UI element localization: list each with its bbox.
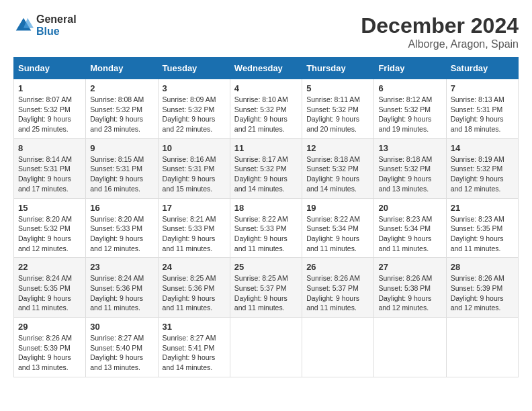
day-number: 3 — [163, 83, 226, 93]
page-header: General Blue December 2024 Alborge, Arag… — [13, 13, 519, 50]
calendar-week-row: 1Sunrise: 8:07 AMSunset: 5:32 PMDaylight… — [14, 79, 519, 139]
table-row: 17Sunrise: 8:21 AMSunset: 5:33 PMDayligh… — [158, 198, 230, 258]
day-number: 6 — [378, 83, 441, 93]
day-info: Sunrise: 8:22 AMSunset: 5:34 PMDaylight:… — [306, 214, 369, 254]
table-row: 4Sunrise: 8:10 AMSunset: 5:32 PMDaylight… — [230, 79, 302, 139]
table-row: 19Sunrise: 8:22 AMSunset: 5:34 PMDayligh… — [302, 198, 374, 258]
logo-blue-text: Blue — [36, 26, 77, 38]
day-info: Sunrise: 8:24 AMSunset: 5:36 PMDaylight:… — [90, 273, 153, 313]
day-number: 11 — [234, 143, 298, 153]
table-row: 7Sunrise: 8:13 AMSunset: 5:31 PMDaylight… — [446, 79, 518, 139]
table-row: 30Sunrise: 8:27 AMSunset: 5:40 PMDayligh… — [86, 318, 158, 377]
day-number: 20 — [378, 203, 441, 213]
col-friday: Friday — [374, 58, 446, 79]
calendar-week-row: 29Sunrise: 8:26 AMSunset: 5:39 PMDayligh… — [14, 318, 519, 377]
table-row: 14Sunrise: 8:19 AMSunset: 5:32 PMDayligh… — [446, 138, 518, 198]
table-row: 23Sunrise: 8:24 AMSunset: 5:36 PMDayligh… — [86, 258, 158, 318]
day-info: Sunrise: 8:10 AMSunset: 5:32 PMDaylight:… — [234, 95, 298, 134]
day-number: 26 — [306, 262, 369, 272]
day-number: 17 — [163, 203, 226, 213]
table-row — [446, 318, 518, 377]
table-row: 2Sunrise: 8:08 AMSunset: 5:32 PMDaylight… — [86, 79, 158, 139]
col-wednesday: Wednesday — [230, 58, 302, 79]
logo-icon — [13, 15, 34, 36]
table-row: 24Sunrise: 8:25 AMSunset: 5:36 PMDayligh… — [158, 258, 230, 318]
table-row: 1Sunrise: 8:07 AMSunset: 5:32 PMDaylight… — [14, 79, 86, 139]
table-row: 22Sunrise: 8:24 AMSunset: 5:35 PMDayligh… — [14, 258, 86, 318]
day-number: 15 — [18, 203, 81, 213]
day-number: 14 — [451, 143, 514, 153]
table-row: 29Sunrise: 8:26 AMSunset: 5:39 PMDayligh… — [14, 318, 86, 377]
day-number: 28 — [451, 262, 514, 272]
month-year-title: December 2024 — [361, 13, 519, 38]
table-row: 15Sunrise: 8:20 AMSunset: 5:32 PMDayligh… — [14, 198, 86, 258]
day-number: 23 — [90, 262, 153, 272]
calendar-week-row: 8Sunrise: 8:14 AMSunset: 5:31 PMDaylight… — [14, 138, 519, 198]
day-number: 12 — [306, 143, 369, 153]
day-number: 30 — [90, 322, 153, 332]
day-info: Sunrise: 8:21 AMSunset: 5:33 PMDaylight:… — [163, 214, 226, 254]
day-number: 31 — [163, 322, 226, 332]
table-row: 31Sunrise: 8:27 AMSunset: 5:41 PMDayligh… — [158, 318, 230, 377]
day-info: Sunrise: 8:23 AMSunset: 5:35 PMDaylight:… — [451, 214, 514, 254]
title-area: December 2024 Alborge, Aragon, Spain — [361, 13, 519, 50]
day-number: 2 — [90, 83, 153, 93]
col-thursday: Thursday — [302, 58, 374, 79]
day-number: 13 — [378, 143, 441, 153]
table-row: 26Sunrise: 8:26 AMSunset: 5:37 PMDayligh… — [302, 258, 374, 318]
calendar-week-row: 15Sunrise: 8:20 AMSunset: 5:32 PMDayligh… — [14, 198, 519, 258]
day-number: 29 — [18, 322, 81, 332]
day-info: Sunrise: 8:25 AMSunset: 5:37 PMDaylight:… — [234, 273, 298, 313]
day-info: Sunrise: 8:07 AMSunset: 5:32 PMDaylight:… — [18, 95, 81, 134]
day-info: Sunrise: 8:19 AMSunset: 5:32 PMDaylight:… — [451, 154, 514, 194]
day-info: Sunrise: 8:24 AMSunset: 5:35 PMDaylight:… — [18, 273, 81, 313]
day-info: Sunrise: 8:25 AMSunset: 5:36 PMDaylight:… — [163, 273, 226, 313]
table-row: 18Sunrise: 8:22 AMSunset: 5:33 PMDayligh… — [230, 198, 302, 258]
day-number: 19 — [306, 203, 369, 213]
day-number: 25 — [234, 262, 298, 272]
day-info: Sunrise: 8:15 AMSunset: 5:31 PMDaylight:… — [90, 154, 153, 194]
day-number: 4 — [234, 83, 298, 93]
day-number: 18 — [234, 203, 298, 213]
day-info: Sunrise: 8:26 AMSunset: 5:38 PMDaylight:… — [378, 273, 441, 313]
day-number: 7 — [451, 83, 514, 93]
calendar-header-row: Sunday Monday Tuesday Wednesday Thursday… — [14, 58, 519, 79]
table-row: 16Sunrise: 8:20 AMSunset: 5:33 PMDayligh… — [86, 198, 158, 258]
day-number: 1 — [18, 83, 81, 93]
table-row — [302, 318, 374, 377]
logo-general-text: General — [36, 13, 77, 26]
day-number: 8 — [18, 143, 81, 153]
table-row: 27Sunrise: 8:26 AMSunset: 5:38 PMDayligh… — [374, 258, 446, 318]
day-info: Sunrise: 8:27 AMSunset: 5:41 PMDaylight:… — [163, 333, 226, 373]
col-monday: Monday — [86, 58, 158, 79]
location-subtitle: Alborge, Aragon, Spain — [361, 38, 519, 50]
day-info: Sunrise: 8:11 AMSunset: 5:32 PMDaylight:… — [306, 95, 369, 134]
table-row: 20Sunrise: 8:23 AMSunset: 5:34 PMDayligh… — [374, 198, 446, 258]
table-row: 9Sunrise: 8:15 AMSunset: 5:31 PMDaylight… — [86, 138, 158, 198]
table-row: 28Sunrise: 8:26 AMSunset: 5:39 PMDayligh… — [446, 258, 518, 318]
day-info: Sunrise: 8:26 AMSunset: 5:37 PMDaylight:… — [306, 273, 369, 313]
day-number: 24 — [163, 262, 226, 272]
day-number: 9 — [90, 143, 153, 153]
day-info: Sunrise: 8:26 AMSunset: 5:39 PMDaylight:… — [18, 333, 81, 373]
day-info: Sunrise: 8:09 AMSunset: 5:32 PMDaylight:… — [163, 95, 226, 134]
table-row: 5Sunrise: 8:11 AMSunset: 5:32 PMDaylight… — [302, 79, 374, 139]
table-row: 11Sunrise: 8:17 AMSunset: 5:32 PMDayligh… — [230, 138, 302, 198]
day-number: 10 — [163, 143, 226, 153]
day-number: 27 — [378, 262, 441, 272]
table-row: 6Sunrise: 8:12 AMSunset: 5:32 PMDaylight… — [374, 79, 446, 139]
table-row: 12Sunrise: 8:18 AMSunset: 5:32 PMDayligh… — [302, 138, 374, 198]
calendar-week-row: 22Sunrise: 8:24 AMSunset: 5:35 PMDayligh… — [14, 258, 519, 318]
logo: General Blue — [13, 13, 77, 37]
day-number: 16 — [90, 203, 153, 213]
table-row — [230, 318, 302, 377]
table-row: 25Sunrise: 8:25 AMSunset: 5:37 PMDayligh… — [230, 258, 302, 318]
col-sunday: Sunday — [14, 58, 86, 79]
table-row: 21Sunrise: 8:23 AMSunset: 5:35 PMDayligh… — [446, 198, 518, 258]
day-info: Sunrise: 8:20 AMSunset: 5:33 PMDaylight:… — [90, 214, 153, 254]
table-row: 8Sunrise: 8:14 AMSunset: 5:31 PMDaylight… — [14, 138, 86, 198]
col-tuesday: Tuesday — [158, 58, 230, 79]
table-row: 3Sunrise: 8:09 AMSunset: 5:32 PMDaylight… — [158, 79, 230, 139]
day-number: 5 — [306, 83, 369, 93]
day-number: 21 — [451, 203, 514, 213]
